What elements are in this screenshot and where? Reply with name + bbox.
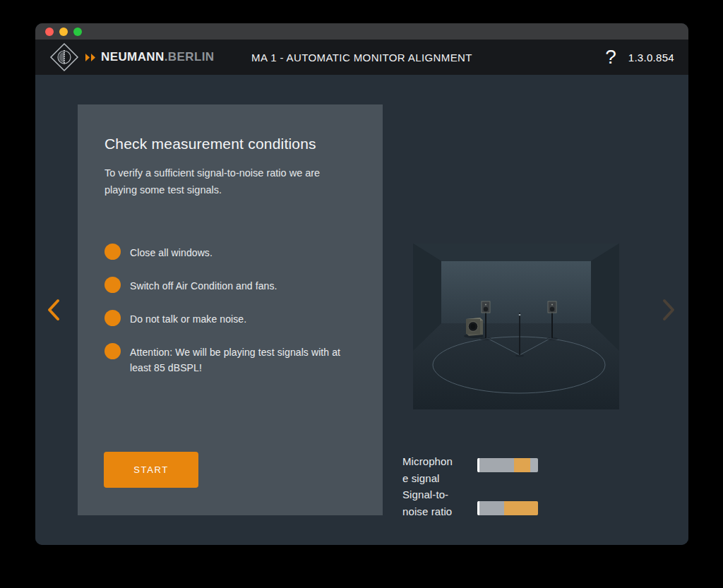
app-window: NEUMANN.BERLIN MA 1 - AUTOMATIC MONITOR … bbox=[35, 23, 688, 545]
signal-to-noise-ratio-meter bbox=[477, 501, 538, 515]
checklist-item: Switch off Air Condition and fans. bbox=[104, 277, 356, 294]
start-button[interactable]: START bbox=[104, 452, 198, 488]
brand: NEUMANN.BERLIN bbox=[85, 50, 215, 64]
previous-page-button[interactable] bbox=[44, 298, 63, 322]
main-area: Check measurement conditions To verify a… bbox=[35, 75, 688, 545]
card-description: To verify a sufficient signal-to-noise r… bbox=[104, 164, 342, 198]
microphone-signal-label-line2: e signal bbox=[402, 470, 453, 487]
app-header: NEUMANN.BERLIN MA 1 - AUTOMATIC MONITOR … bbox=[35, 40, 688, 75]
meter-segment bbox=[530, 458, 538, 472]
microphone-signal-meter bbox=[477, 458, 538, 472]
neumann-diamond-logo-icon bbox=[49, 42, 79, 72]
chevron-right-icon bbox=[659, 298, 678, 322]
checklist-item-text: Switch off Air Condition and fans. bbox=[130, 277, 277, 294]
minimize-button[interactable] bbox=[59, 28, 68, 36]
bullet-circle-icon bbox=[104, 277, 121, 293]
card-heading: Check measurement conditions bbox=[104, 136, 356, 152]
brand-name-suffix: .BERLIN bbox=[165, 50, 215, 64]
checklist: Close all windows.Switch off Air Conditi… bbox=[104, 244, 356, 376]
meter-segment bbox=[514, 458, 530, 472]
brand-name: NEUMANN.BERLIN bbox=[101, 50, 215, 64]
microphone-signal-label-line1: Microphon bbox=[402, 453, 453, 470]
meter-segment bbox=[479, 501, 503, 515]
header-right: ? 1.3.0.854 bbox=[605, 47, 674, 67]
titlebar bbox=[35, 23, 688, 40]
bullet-circle-icon bbox=[104, 310, 121, 326]
checklist-item: Do not talk or make noise. bbox=[104, 310, 356, 327]
checklist-item-text: Attention: We will be playing test signa… bbox=[130, 343, 343, 376]
snr-label-line1: Signal-to- bbox=[402, 486, 453, 503]
bullet-circle-icon bbox=[104, 343, 121, 359]
meter-segment bbox=[479, 458, 513, 472]
brand-name-main: NEUMANN bbox=[101, 50, 165, 64]
room-illustration bbox=[413, 244, 619, 409]
help-icon[interactable]: ? bbox=[605, 47, 616, 67]
chevron-left-icon bbox=[44, 298, 63, 322]
bullet-circle-icon bbox=[104, 244, 121, 260]
meter-segment bbox=[504, 501, 538, 515]
close-button[interactable] bbox=[45, 28, 54, 36]
page-title: MA 1 - AUTOMATIC MONITOR ALIGNMENT bbox=[251, 52, 472, 64]
meter-labels: Microphon e signal Signal-to- noise rati… bbox=[402, 453, 453, 520]
double-chevron-right-icon bbox=[85, 54, 96, 61]
snr-label-line2: noise ratio bbox=[402, 503, 453, 520]
checklist-item: Close all windows. bbox=[104, 244, 356, 260]
checklist-item-text: Do not talk or make noise. bbox=[130, 310, 246, 327]
zoom-button[interactable] bbox=[73, 28, 82, 36]
checklist-item-text: Close all windows. bbox=[130, 244, 213, 260]
next-page-button[interactable] bbox=[659, 298, 678, 322]
version-label: 1.3.0.854 bbox=[628, 52, 674, 64]
wizard-card: Check measurement conditions To verify a… bbox=[78, 104, 383, 515]
checklist-item: Attention: We will be playing test signa… bbox=[104, 343, 356, 376]
